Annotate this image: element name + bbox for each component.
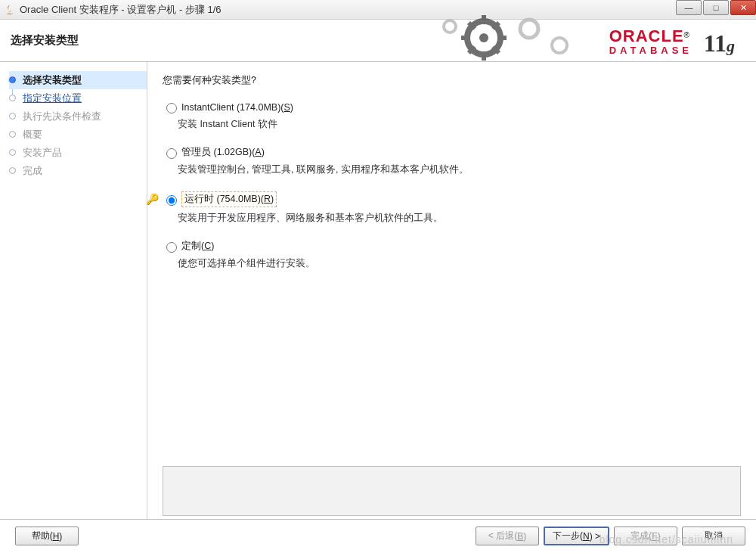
header: 选择安装类型 ORACLE® 11g DATABASE — [0, 20, 756, 62]
window-title: Oracle Client 安装程序 - 设置客户机 - 步骤 1/6 — [20, 3, 222, 17]
prompt-text: 您需要何种安装类型? — [163, 74, 741, 87]
radio-instantclient[interactable] — [166, 103, 177, 113]
option-custom[interactable]: 定制(C) — [163, 240, 741, 253]
brand-sub: DATABASE — [609, 45, 692, 56]
step-finish: 完成 — [9, 162, 147, 180]
mnemonic: S — [284, 102, 290, 113]
option-label: 管理员 (1.02GB) — [181, 147, 252, 157]
next-button[interactable]: 下一步(N) > — [544, 527, 609, 545]
step-label: 安装产品 — [23, 147, 62, 160]
java-icon — [3, 4, 15, 16]
svg-point-1 — [479, 33, 488, 42]
version-suffix: g — [727, 36, 735, 55]
content: 选择安装类型 指定安装位置 执行先决条件检查 概要 安装产品 完成 您需要何种安… — [0, 62, 756, 519]
radio-admin[interactable] — [166, 148, 177, 159]
svg-point-11 — [552, 38, 567, 53]
maximize-button[interactable]: □ — [703, 0, 729, 15]
option-runtime[interactable]: 🔑 运行时 (754.0MB)(R) — [163, 191, 741, 207]
step-label: 执行先决条件检查 — [23, 110, 101, 123]
mnemonic: R — [264, 194, 271, 204]
radio-runtime[interactable] — [166, 195, 177, 206]
svg-point-10 — [520, 20, 538, 38]
step-prereq-check: 执行先决条件检查 — [9, 107, 147, 126]
step-install-product: 安装产品 — [9, 144, 147, 162]
sidebar: 选择安装类型 指定安装位置 执行先决条件检查 概要 安装产品 完成 — [0, 62, 147, 519]
step-label: 完成 — [23, 165, 42, 178]
option-instantclient[interactable]: InstantClient (174.0MB)(S) — [163, 101, 741, 113]
option-desc: 安装用于开发应用程序、网络服务和基本客户机软件的工具。 — [178, 212, 741, 225]
mnemonic: A — [255, 147, 261, 157]
version-number: 11 — [704, 30, 727, 57]
window-controls: — □ ✕ — [674, 0, 756, 15]
main-panel: 您需要何种安装类型? InstantClient (174.0MB)(S) 安装… — [147, 62, 756, 519]
option-desc: 使您可选择单个组件进行安装。 — [178, 257, 741, 270]
step-install-location[interactable]: 指定安装位置 — [9, 89, 147, 107]
titlebar: Oracle Client 安装程序 - 设置客户机 - 步骤 1/6 — □ … — [0, 0, 756, 20]
option-admin[interactable]: 管理员 (1.02GB)(A) — [163, 146, 741, 159]
step-label: 指定安装位置 — [23, 92, 82, 105]
step-list: 选择安装类型 指定安装位置 执行先决条件检查 概要 安装产品 完成 — [0, 71, 147, 180]
option-label: 运行时 (754.0MB) — [184, 194, 261, 204]
option-desc: 安装 Instant Client 软件 — [178, 118, 741, 131]
minimize-button[interactable]: — — [676, 0, 702, 15]
step-select-type[interactable]: 选择安装类型 — [9, 71, 147, 89]
finish-button: 完成(F) — [614, 527, 677, 545]
mnemonic: C — [204, 241, 211, 251]
brand-text: ORACLE — [609, 26, 684, 45]
option-desc: 安装管理控制台, 管理工具, 联网服务, 实用程序和基本客户机软件。 — [178, 163, 741, 176]
message-box — [163, 466, 741, 516]
cancel-button[interactable]: 取消 — [682, 527, 745, 545]
radio-custom[interactable] — [166, 242, 177, 253]
svg-point-12 — [444, 20, 456, 33]
back-button: < 后退(B) — [476, 527, 539, 545]
close-button[interactable]: ✕ — [730, 0, 756, 15]
gears-decoration — [431, 15, 597, 62]
key-icon: 🔑 — [146, 193, 159, 205]
page-title: 选择安装类型 — [11, 33, 79, 48]
option-label: InstantClient (174.0MB) — [181, 102, 280, 113]
step-summary: 概要 — [9, 126, 147, 144]
step-label: 选择安装类型 — [23, 74, 82, 87]
step-label: 概要 — [23, 129, 42, 141]
footer: 帮助(H) < 后退(B) 下一步(N) > 完成(F) 取消 blog.csd… — [0, 519, 756, 552]
help-button[interactable]: 帮助(H) — [15, 527, 79, 545]
option-label: 定制 — [181, 241, 201, 251]
